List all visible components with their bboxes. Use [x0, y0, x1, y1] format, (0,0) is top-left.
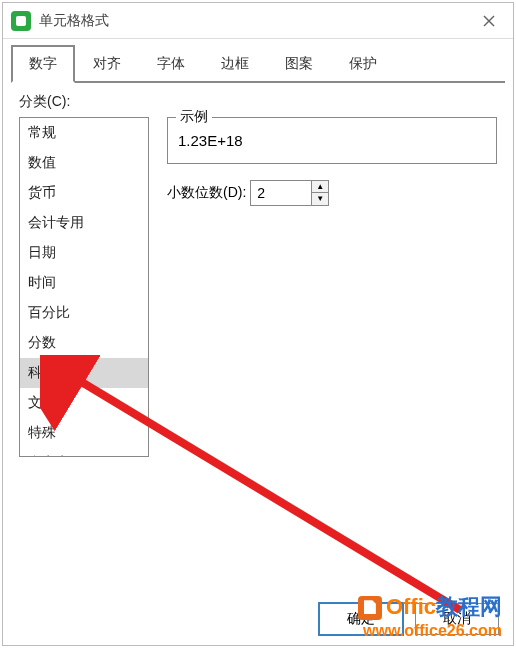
category-listbox[interactable]: 常规 数值 货币 会计专用 日期 时间 百分比 分数 科学记数 文本 特殊 自定… — [19, 117, 149, 457]
category-item-number[interactable]: 数值 — [20, 148, 148, 178]
tab-number[interactable]: 数字 — [11, 45, 75, 83]
category-item-percentage[interactable]: 百分比 — [20, 298, 148, 328]
example-label: 示例 — [176, 108, 212, 126]
category-item-text[interactable]: 文本 — [20, 388, 148, 418]
tab-pattern[interactable]: 图案 — [267, 45, 331, 83]
category-item-time[interactable]: 时间 — [20, 268, 148, 298]
app-icon — [11, 11, 31, 31]
tab-content: 分类(C): 常规 数值 货币 会计专用 日期 时间 百分比 分数 科学记数 文… — [3, 83, 513, 467]
category-label: 分类(C): — [19, 93, 497, 111]
spinner-up-button[interactable]: ▲ — [312, 181, 328, 193]
category-item-custom[interactable]: 自定义 — [20, 448, 148, 457]
ok-button[interactable]: 确定 — [319, 603, 403, 635]
tab-border[interactable]: 边框 — [203, 45, 267, 83]
tab-protection[interactable]: 保护 — [331, 45, 395, 83]
tab-alignment[interactable]: 对齐 — [75, 45, 139, 83]
titlebar: 单元格格式 — [3, 3, 513, 39]
category-item-date[interactable]: 日期 — [20, 238, 148, 268]
decimal-places-label: 小数位数(D): — [167, 184, 246, 202]
category-item-scientific[interactable]: 科学记数 — [20, 358, 148, 388]
tab-bar: 数字 对齐 字体 边框 图案 保护 — [11, 45, 505, 83]
settings-panel: 示例 1.23E+18 小数位数(D): ▲ ▼ — [167, 117, 497, 457]
category-item-general[interactable]: 常规 — [20, 118, 148, 148]
decimal-places-input[interactable] — [251, 181, 311, 205]
close-icon — [483, 15, 495, 27]
tab-font[interactable]: 字体 — [139, 45, 203, 83]
dialog-title: 单元格格式 — [39, 12, 473, 30]
category-item-fraction[interactable]: 分数 — [20, 328, 148, 358]
dialog-footer: 确定 取消 — [319, 603, 499, 635]
main-row: 常规 数值 货币 会计专用 日期 时间 百分比 分数 科学记数 文本 特殊 自定… — [19, 117, 497, 457]
decimal-places-spinner[interactable]: ▲ ▼ — [250, 180, 329, 206]
category-item-currency[interactable]: 货币 — [20, 178, 148, 208]
spinner-down-button[interactable]: ▼ — [312, 193, 328, 205]
close-button[interactable] — [473, 7, 505, 35]
cancel-button[interactable]: 取消 — [415, 603, 499, 635]
cell-format-dialog: 单元格格式 数字 对齐 字体 边框 图案 保护 分类(C): 常规 数值 货币 … — [2, 2, 514, 646]
spinner-buttons: ▲ ▼ — [311, 181, 328, 205]
example-group: 示例 1.23E+18 — [167, 117, 497, 164]
example-value: 1.23E+18 — [178, 132, 486, 149]
category-item-special[interactable]: 特殊 — [20, 418, 148, 448]
category-item-accounting[interactable]: 会计专用 — [20, 208, 148, 238]
decimal-places-row: 小数位数(D): ▲ ▼ — [167, 180, 497, 206]
